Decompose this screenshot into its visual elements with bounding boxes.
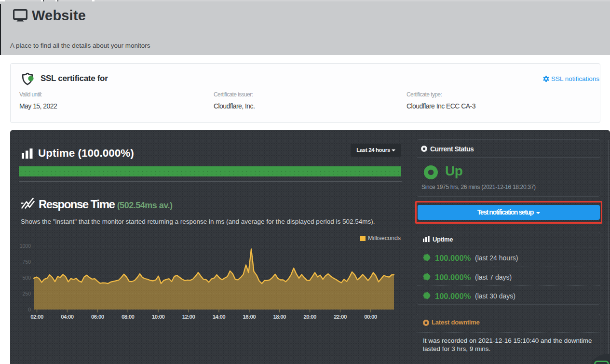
svg-text:16:00: 16:00: [243, 314, 256, 320]
svg-text:06:00: 06:00: [91, 314, 104, 320]
svg-text:00:00: 00:00: [364, 314, 377, 320]
svg-text:20:00: 20:00: [303, 314, 316, 320]
svg-text:18:00: 18:00: [273, 314, 286, 320]
svg-text:12:00: 12:00: [182, 314, 195, 320]
svg-text:1000: 1000: [20, 243, 31, 249]
svg-text:0: 0: [28, 307, 31, 312]
svg-text:08:00: 08:00: [122, 314, 135, 320]
svg-text:750: 750: [22, 259, 31, 265]
svg-text:22:00: 22:00: [334, 314, 347, 320]
svg-text:02:00: 02:00: [30, 314, 43, 320]
svg-text:500: 500: [22, 275, 31, 281]
svg-text:250: 250: [22, 291, 31, 297]
svg-text:04:00: 04:00: [61, 314, 74, 320]
svg-text:10:00: 10:00: [152, 314, 165, 320]
svg-text:14:00: 14:00: [213, 314, 226, 320]
